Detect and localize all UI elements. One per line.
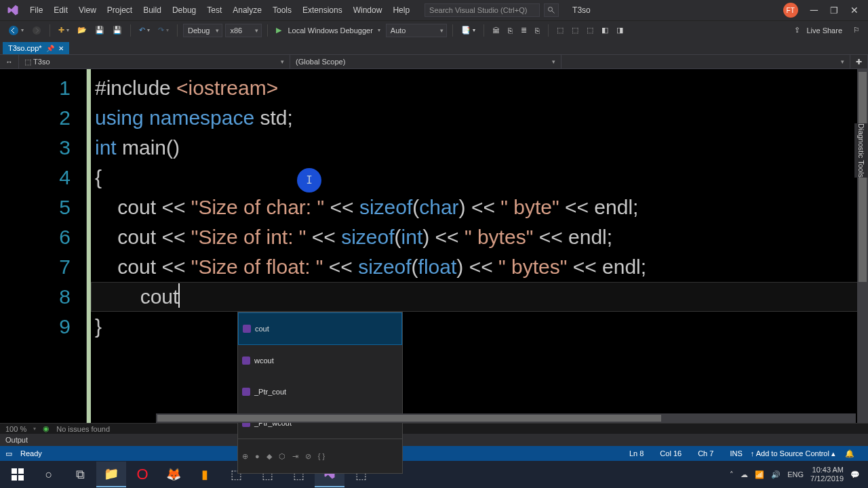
- maximize-button[interactable]: ❐: [830, 5, 838, 16]
- code-line[interactable]: #include <iostream>: [95, 73, 868, 103]
- menu-test[interactable]: Test: [201, 0, 227, 20]
- svg-rect-5: [18, 468, 24, 474]
- intellisense-filter-icon[interactable]: ⊘: [305, 441, 311, 471]
- member-icon: [242, 388, 250, 396]
- svg-point-0: [549, 7, 553, 12]
- live-share-button[interactable]: ⇪ Live Share: [791, 23, 845, 38]
- code-line[interactable]: {: [95, 163, 868, 192]
- code-editor[interactable]: 123456789 #include <iostream>using names…: [0, 69, 868, 423]
- magnifier-icon: [547, 6, 555, 14]
- nav-fwd-button[interactable]: [29, 23, 44, 38]
- code-line[interactable]: cout << "Size of int: " << sizeof(int) <…: [95, 222, 868, 252]
- redo-button[interactable]: ↷▾: [155, 23, 172, 38]
- scope-context-select[interactable]: (Global Scope): [290, 55, 561, 68]
- search-input[interactable]: Search Visual Studio (Ctrl+Q): [425, 3, 540, 17]
- output-label: Output: [5, 436, 28, 444]
- navigation-bar: ↔ ⬚ T3so (Global Scope) ✚: [0, 54, 868, 69]
- toolbar-icon-10[interactable]: ◨: [614, 23, 626, 38]
- zoom-level[interactable]: 100 %: [5, 425, 26, 433]
- toolbar-icon-7[interactable]: ⬚: [569, 23, 581, 38]
- user-avatar[interactable]: FT: [783, 3, 798, 18]
- main-toolbar: ▾ ✚▾ 📂 💾 💾 ↶▾ ↷▾ Debug x86 ▶ Local Windo…: [0, 20, 868, 39]
- intellisense-filter-icon[interactable]: ⇥: [292, 441, 298, 471]
- svg-point-3: [33, 26, 41, 34]
- menu-edit[interactable]: Edit: [48, 0, 73, 20]
- member-context-select[interactable]: [561, 55, 850, 68]
- taskview-icon[interactable]: ⧉: [65, 462, 95, 487]
- menu-window[interactable]: Window: [348, 0, 388, 20]
- platform-select[interactable]: x86: [225, 24, 262, 37]
- tab-label: T3so.cpp*: [8, 44, 42, 52]
- horizontal-scroll-thumb[interactable]: [157, 415, 661, 422]
- search-button[interactable]: [544, 3, 559, 17]
- project-context-select[interactable]: ⬚ T3so: [19, 55, 290, 68]
- split-editor-icon[interactable]: ✚: [850, 55, 868, 68]
- new-button[interactable]: ✚▾: [56, 23, 72, 38]
- menu-file[interactable]: File: [24, 0, 48, 20]
- intellisense-filter-icon[interactable]: ⬡: [279, 441, 285, 471]
- svg-rect-7: [18, 475, 24, 481]
- svg-line-1: [552, 11, 555, 14]
- member-icon: [242, 357, 250, 365]
- menu-analyze[interactable]: Analyze: [227, 0, 267, 20]
- menu-view[interactable]: View: [73, 0, 102, 20]
- menu-tools[interactable]: Tools: [267, 0, 297, 20]
- toolbar-icon-8[interactable]: ⬚: [584, 23, 596, 38]
- minimize-button[interactable]: ─: [810, 4, 818, 16]
- auto-select[interactable]: Auto: [386, 24, 447, 37]
- menu-project[interactable]: Project: [102, 0, 138, 20]
- intellisense-item[interactable]: _Ptr_wcout: [238, 407, 402, 439]
- project-title: T3so: [572, 5, 591, 15]
- menubar: FileEditViewProjectBuildDebugTestAnalyze…: [0, 0, 868, 20]
- intellisense-item[interactable]: _Ptr_cout: [238, 376, 402, 407]
- menu-build[interactable]: Build: [138, 0, 167, 20]
- document-tabs: T3so.cpp* 📌 ✕: [0, 39, 868, 54]
- tab-close-icon[interactable]: ✕: [58, 45, 64, 52]
- undo-button[interactable]: ↶▾: [136, 23, 153, 38]
- save-button[interactable]: 💾: [92, 23, 107, 38]
- intellisense-filter-icon[interactable]: { }: [318, 441, 325, 471]
- toolbar-icon-1[interactable]: 📑▾: [458, 23, 478, 38]
- config-select[interactable]: Debug: [183, 24, 222, 37]
- open-button[interactable]: 📂: [75, 23, 90, 38]
- menu-help[interactable]: Help: [387, 0, 415, 20]
- visual-studio-logo-icon: [7, 4, 19, 16]
- horizontal-scrollbar[interactable]: [156, 413, 856, 423]
- intellisense-filter-icon[interactable]: ●: [255, 441, 260, 471]
- no-issues-icon: ◉: [43, 424, 50, 433]
- toolbar-icon-2[interactable]: 🏛: [490, 23, 502, 38]
- search-placeholder: Search Visual Studio (Ctrl+Q): [429, 6, 527, 14]
- toolbar-icon-3[interactable]: ⎘: [505, 23, 515, 38]
- menu-debug[interactable]: Debug: [167, 0, 201, 20]
- code-line[interactable]: int main(): [95, 133, 868, 163]
- start-debug-button[interactable]: ▶ Local Windows Debugger▾: [273, 23, 382, 38]
- menu-extensions[interactable]: Extensions: [297, 0, 348, 20]
- close-button[interactable]: ✕: [850, 5, 859, 16]
- active-tab[interactable]: T3so.cpp* 📌 ✕: [3, 42, 69, 54]
- toolbar-icon-5[interactable]: ⎘: [532, 23, 542, 38]
- context-icon[interactable]: ↔: [0, 55, 19, 68]
- save-all-button[interactable]: 💾: [110, 23, 125, 38]
- intellisense-item[interactable]: wcout: [238, 345, 402, 376]
- code-line[interactable]: cout << "Size of float: " << sizeof(floa…: [95, 252, 868, 282]
- code-line[interactable]: }: [95, 312, 868, 342]
- feedback-button[interactable]: ⚐: [850, 23, 863, 38]
- toolbar-icon-4[interactable]: ≣: [518, 23, 530, 38]
- nav-back-button[interactable]: ▾: [5, 23, 26, 38]
- code-surface[interactable]: #include <iostream>using namespace std;i…: [91, 69, 868, 423]
- code-line[interactable]: cout: [95, 282, 868, 312]
- start-button[interactable]: [3, 462, 33, 487]
- cortana-icon[interactable]: ○: [34, 462, 64, 487]
- toolbar-icon-9[interactable]: ◧: [599, 23, 611, 38]
- svg-rect-6: [12, 475, 17, 481]
- intellisense-filter-icon[interactable]: ⊕: [242, 441, 248, 471]
- code-line[interactable]: cout << "Size of char: " << sizeof(char)…: [95, 192, 868, 222]
- toolbar-icon-6[interactable]: ⬚: [554, 23, 566, 38]
- code-line[interactable]: using namespace std;: [95, 103, 868, 133]
- line-number-gutter: 123456789: [0, 69, 83, 423]
- pin-icon[interactable]: 📌: [46, 45, 54, 52]
- intellisense-filter-icon[interactable]: ◆: [267, 441, 272, 471]
- svg-rect-4: [12, 468, 17, 474]
- intellisense-filter-bar[interactable]: ⊕●◆⬡⇥⊘{ }: [238, 439, 402, 473]
- status-ready: Ready: [12, 449, 50, 458]
